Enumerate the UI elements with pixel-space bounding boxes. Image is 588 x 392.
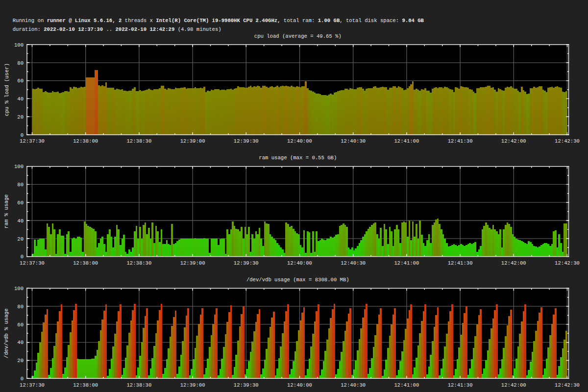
svg-text:12:42:30: 12:42:30 xyxy=(555,260,580,266)
svg-text:20: 20 xyxy=(17,358,24,364)
svg-text:0: 0 xyxy=(21,254,24,260)
svg-text:12:40:00: 12:40:00 xyxy=(287,138,312,144)
svg-text:12:42:30: 12:42:30 xyxy=(555,138,580,144)
svg-text:60: 60 xyxy=(17,78,24,84)
svg-text:12:40:30: 12:40:30 xyxy=(341,260,366,266)
svg-text:12:38:00: 12:38:00 xyxy=(73,138,98,144)
svg-text:80: 80 xyxy=(17,182,24,188)
svg-text:12:41:00: 12:41:00 xyxy=(394,260,419,266)
svg-text:12:39:30: 12:39:30 xyxy=(234,138,259,144)
svg-text:12:42:00: 12:42:00 xyxy=(501,382,526,388)
svg-text:12:39:30: 12:39:30 xyxy=(234,382,259,388)
svg-text:12:38:30: 12:38:30 xyxy=(126,138,151,144)
svg-text:12:39:00: 12:39:00 xyxy=(180,260,205,266)
svg-text:12:39:30: 12:39:30 xyxy=(234,260,259,266)
svg-text:12:41:30: 12:41:30 xyxy=(448,382,473,388)
svg-text:12:41:00: 12:41:00 xyxy=(394,382,419,388)
svg-text:12:40:30: 12:40:30 xyxy=(341,382,366,388)
svg-text:0: 0 xyxy=(21,132,24,138)
svg-text:12:41:00: 12:41:00 xyxy=(394,138,419,144)
svg-text:100: 100 xyxy=(14,42,24,48)
svg-text:12:40:30: 12:40:30 xyxy=(341,138,366,144)
svg-text:12:38:00: 12:38:00 xyxy=(73,260,98,266)
svg-text:duration: 2022-02-10 12:37:30: duration: 2022-02-10 12:37:30 .. 2022-02… xyxy=(13,26,221,32)
svg-text:40: 40 xyxy=(17,340,24,345)
svg-text:12:39:00: 12:39:00 xyxy=(180,382,205,388)
svg-text:ram % usage: ram % usage xyxy=(4,195,10,229)
svg-text:cpu load (average = 49.65 %): cpu load (average = 49.65 %) xyxy=(254,33,342,39)
svg-text:20: 20 xyxy=(17,236,24,242)
svg-text:60: 60 xyxy=(17,200,24,206)
svg-text:100: 100 xyxy=(14,164,24,170)
svg-text:80: 80 xyxy=(17,304,24,310)
svg-text:12:42:00: 12:42:00 xyxy=(501,138,526,144)
svg-text:12:38:00: 12:38:00 xyxy=(73,382,98,388)
svg-text:0: 0 xyxy=(21,376,24,382)
svg-text:12:37:30: 12:37:30 xyxy=(20,138,45,144)
svg-text:12:37:30: 12:37:30 xyxy=(20,382,45,388)
svg-text:60: 60 xyxy=(17,322,24,328)
svg-text:12:39:00: 12:39:00 xyxy=(180,138,205,144)
svg-text:12:40:00: 12:40:00 xyxy=(287,382,312,388)
svg-text:/dev/vdb usage (max = 8308.00: /dev/vdb usage (max = 8308.00 MB) xyxy=(246,277,349,283)
svg-text:12:40:00: 12:40:00 xyxy=(287,260,312,266)
svg-text:12:38:30: 12:38:30 xyxy=(126,260,151,266)
svg-text:12:42:00: 12:42:00 xyxy=(501,260,526,266)
svg-text:cpu % load (user): cpu % load (user) xyxy=(4,63,10,116)
svg-text:Running on runner @ Linux 5.6.: Running on runner @ Linux 5.6.16, 2 thre… xyxy=(13,18,424,24)
svg-text:20: 20 xyxy=(17,114,24,120)
svg-text:12:41:30: 12:41:30 xyxy=(448,138,473,144)
svg-text:100: 100 xyxy=(14,286,24,292)
svg-text:ram usage (max = 0.55 GB): ram usage (max = 0.55 GB) xyxy=(259,155,337,161)
svg-text:80: 80 xyxy=(17,60,24,66)
svg-text:40: 40 xyxy=(17,218,24,224)
svg-text:12:42:30: 12:42:30 xyxy=(555,382,580,388)
svg-text:/dev/vdb % usage: /dev/vdb % usage xyxy=(4,308,10,358)
svg-text:12:38:30: 12:38:30 xyxy=(126,382,151,388)
svg-text:40: 40 xyxy=(17,96,24,102)
svg-text:12:37:30: 12:37:30 xyxy=(20,260,45,266)
svg-text:12:41:30: 12:41:30 xyxy=(448,260,473,266)
